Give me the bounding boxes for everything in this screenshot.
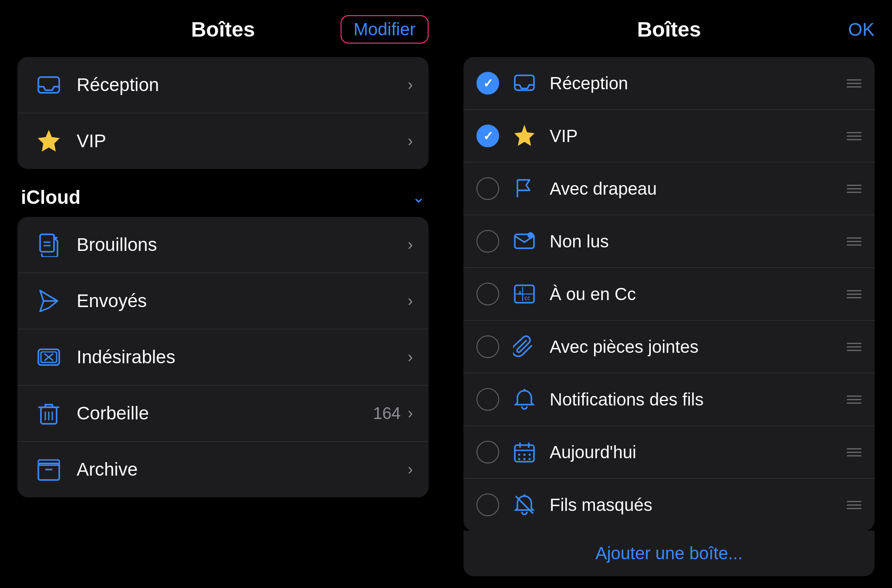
trash-icon: [33, 398, 64, 429]
right-title: Boîtes: [637, 17, 701, 41]
edit-item-reception[interactable]: Réception: [463, 57, 875, 110]
drag-handle-fils-masques[interactable]: [847, 501, 862, 509]
svg-rect-2: [40, 234, 54, 252]
list-item-reception[interactable]: Réception ›: [17, 57, 429, 113]
ok-button[interactable]: OK: [848, 19, 875, 40]
drag-handle-pieces[interactable]: [847, 343, 862, 351]
star-edit-icon: [510, 121, 539, 151]
brouillons-label: Brouillons: [77, 234, 408, 255]
inbox-icon: [33, 69, 64, 101]
svg-point-39: [524, 458, 526, 460]
drag-handle-avec-drapeau[interactable]: [847, 185, 862, 193]
icloud-title: iCloud: [21, 186, 81, 208]
reception-label: Réception: [77, 74, 408, 95]
star-icon: [33, 125, 64, 157]
list-item-corbeille[interactable]: Corbeille 164 ›: [17, 385, 429, 442]
vip-label: VIP: [77, 131, 408, 152]
svg-rect-18: [38, 463, 59, 480]
icloud-collapse-icon[interactable]: ⌄: [412, 188, 425, 206]
list-item-archive[interactable]: Archive ›: [17, 442, 429, 497]
check-aujourdhui[interactable]: [476, 441, 499, 463]
edit-label-non-lus: Non lus: [550, 232, 840, 251]
edit-item-non-lus[interactable]: Non lus: [463, 215, 875, 268]
indesirables-chevron: ›: [408, 348, 413, 366]
check-reception[interactable]: [476, 72, 499, 95]
bell-slash-edit-icon: [510, 490, 539, 520]
left-panel: Boîtes Modifier Réception › VIP ›: [0, 0, 446, 588]
indesirables-label: Indésirables: [77, 347, 408, 368]
right-header: Boîtes OK: [463, 17, 875, 41]
envoyes-chevron: ›: [408, 292, 413, 310]
cc-edit-icon: A CC: [510, 279, 539, 309]
right-panel: Boîtes OK Réception: [446, 0, 892, 588]
reception-chevron: ›: [408, 76, 413, 94]
drag-handle-notifications[interactable]: [847, 395, 862, 404]
add-mailbox-button[interactable]: Ajouter une boîte...: [463, 531, 875, 576]
edit-label-reception: Réception: [550, 74, 840, 93]
edit-item-avec-drapeau[interactable]: Avec drapeau: [463, 162, 875, 215]
calendar-edit-icon: [510, 437, 539, 467]
drag-handle-cc[interactable]: [847, 290, 862, 298]
svg-point-37: [529, 454, 531, 456]
icloud-section-card: Brouillons › Envoyés ›: [17, 217, 429, 497]
bell-edit-icon: [510, 385, 539, 414]
edit-item-aujourdhui[interactable]: Aujourd'hui: [463, 426, 875, 479]
edit-label-cc: À ou en Cc: [550, 284, 840, 304]
edit-label-notifications: Notifications des fils: [550, 390, 840, 409]
archive-chevron: ›: [408, 460, 413, 479]
corbeille-chevron: ›: [408, 404, 413, 422]
vip-chevron: ›: [408, 132, 413, 150]
edit-item-vip[interactable]: VIP: [463, 110, 875, 162]
check-notifications[interactable]: [476, 388, 499, 411]
archive-icon: [33, 454, 64, 485]
check-pieces[interactable]: [476, 335, 499, 358]
edit-wrapper: Réception VIP: [463, 57, 875, 576]
edit-item-notifications[interactable]: Notifications des fils: [463, 373, 875, 426]
svg-text:A: A: [518, 290, 522, 296]
attachment-edit-icon: [510, 332, 539, 362]
left-header: Boîtes Modifier: [17, 17, 429, 41]
svg-point-40: [529, 458, 531, 460]
edit-label-fils-masques: Fils masqués: [550, 495, 840, 515]
drag-handle-vip[interactable]: [847, 132, 862, 140]
svg-text:CC: CC: [524, 296, 530, 301]
svg-point-38: [518, 458, 520, 460]
left-title: Boîtes: [191, 17, 255, 41]
check-avec-drapeau[interactable]: [476, 177, 499, 200]
edit-label-avec-drapeau: Avec drapeau: [550, 179, 840, 199]
inbox-edit-icon: [510, 68, 539, 98]
top-section-card: Réception › VIP ›: [17, 57, 429, 169]
drag-handle-aujourdhui[interactable]: [847, 448, 862, 456]
unread-edit-icon: [510, 226, 539, 256]
svg-point-36: [524, 454, 526, 456]
edit-label-aujourdhui: Aujourd'hui: [550, 443, 840, 462]
corbeille-label: Corbeille: [77, 403, 373, 424]
check-fils-masques[interactable]: [476, 493, 499, 516]
edit-item-cc[interactable]: A CC À ou en Cc: [463, 268, 875, 321]
list-item-envoyes[interactable]: Envoyés ›: [17, 273, 429, 329]
drag-handle-reception[interactable]: [847, 79, 862, 88]
list-item-vip[interactable]: VIP ›: [17, 113, 429, 169]
sent-icon: [33, 285, 64, 317]
drag-handle-non-lus[interactable]: [847, 237, 862, 246]
modifier-button[interactable]: Modifier: [341, 15, 429, 44]
brouillons-chevron: ›: [408, 236, 413, 254]
edit-item-fils-masques[interactable]: Fils masqués: [463, 479, 875, 531]
draft-icon: [33, 229, 64, 260]
check-non-lus[interactable]: [476, 230, 499, 253]
check-cc[interactable]: [476, 283, 499, 305]
svg-marker-1: [39, 132, 58, 150]
check-vip[interactable]: [476, 125, 499, 147]
archive-label: Archive: [77, 459, 408, 480]
list-item-indesirables[interactable]: Indésirables ›: [17, 329, 429, 385]
corbeille-badge: 164: [373, 404, 401, 423]
edit-label-pieces: Avec pièces jointes: [550, 337, 840, 357]
edit-label-vip: VIP: [550, 126, 840, 146]
junk-icon: [33, 341, 64, 373]
svg-point-24: [527, 232, 534, 238]
list-item-brouillons[interactable]: Brouillons ›: [17, 217, 429, 273]
envoyes-label: Envoyés: [77, 291, 408, 311]
edit-item-pieces[interactable]: Avec pièces jointes: [463, 321, 875, 373]
svg-marker-22: [516, 127, 533, 145]
icloud-section-header: iCloud ⌄: [17, 186, 429, 208]
